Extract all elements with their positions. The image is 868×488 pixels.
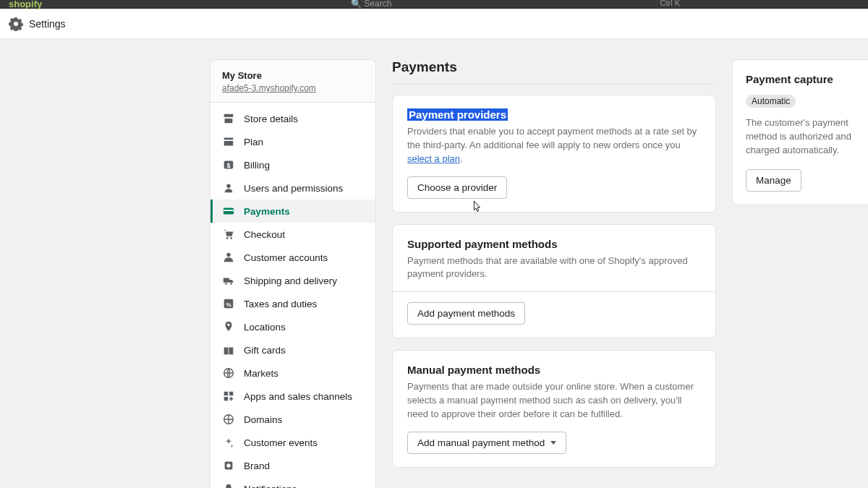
store-url[interactable]: afade5-3.myshopify.com <box>222 83 364 93</box>
domain-icon <box>222 413 235 426</box>
gift-icon <box>222 343 235 356</box>
settings-sidebar: My Store afade5-3.myshopify.com Store de… <box>210 59 376 488</box>
sidebar-item-store-details[interactable]: Store details <box>210 107 375 130</box>
sidebar-item-markets[interactable]: Markets <box>210 361 375 385</box>
sidebar-item-label: Checkout <box>244 229 285 240</box>
capture-title: Payment capture <box>746 73 860 85</box>
capture-desc: The customer's payment method is authori… <box>746 116 860 158</box>
choose-provider-button[interactable]: Choose a provider <box>407 176 507 199</box>
sidebar-item-shipping[interactable]: Shipping and delivery <box>210 269 375 292</box>
svg-rect-17 <box>224 397 228 401</box>
card-desc-providers: Providers that enable you to accept paym… <box>407 125 701 166</box>
sidebar-item-brand[interactable]: Brand <box>210 454 375 477</box>
add-manual-method-button[interactable]: Add manual payment method <box>407 432 566 454</box>
svg-point-7 <box>226 253 230 257</box>
sidebar-item-billing[interactable]: $Billing <box>210 153 375 176</box>
card-title-providers: Payment providers <box>407 108 508 121</box>
store-header: My Store afade5-3.myshopify.com <box>210 60 375 103</box>
svg-text:$: $ <box>226 162 230 169</box>
sidebar-item-label: Brand <box>244 461 270 471</box>
sidebar-item-label: Plan <box>244 137 263 147</box>
cart-icon <box>222 228 235 241</box>
sparkle-icon <box>222 436 235 449</box>
add-payment-methods-button[interactable]: Add payment methods <box>407 302 525 325</box>
accounts-icon <box>222 251 235 264</box>
supported-methods-card: Supported payment methods Payment method… <box>392 224 716 339</box>
sidebar-item-label: Customer accounts <box>244 252 328 263</box>
sidebar-item-label: Gift cards <box>244 345 286 356</box>
settings-nav: Store details Plan $Billing Users and pe… <box>210 103 375 488</box>
percent-icon: % <box>222 297 235 310</box>
globe-icon <box>222 367 235 380</box>
sidebar-item-domains[interactable]: Domains <box>210 408 375 431</box>
svg-rect-15 <box>224 392 228 395</box>
search-shortcut: Ctrl K <box>660 0 681 7</box>
svg-rect-16 <box>229 392 233 395</box>
settings-label: Settings <box>29 18 66 30</box>
main-content: Payments Payment providers Providers tha… <box>392 59 716 479</box>
sidebar-item-label: Taxes and duties <box>244 299 317 309</box>
select-plan-link[interactable]: select a plan <box>407 153 460 164</box>
sidebar-item-label: Store details <box>244 114 298 124</box>
svg-point-5 <box>226 237 229 239</box>
global-search-placeholder[interactable]: 🔍 Search <box>351 0 391 9</box>
store-name: My Store <box>222 70 364 81</box>
sidebar-item-payments[interactable]: Payments <box>210 200 375 223</box>
settings-header: Settings <box>0 9 868 39</box>
sidebar-item-label: Users and permissions <box>244 183 343 194</box>
payment-capture-card: Payment capture Automatic The customer's… <box>732 59 868 205</box>
svg-point-6 <box>230 237 232 239</box>
plan-icon <box>222 135 235 148</box>
sidebar-item-gift-cards[interactable]: Gift cards <box>210 338 375 361</box>
gear-icon <box>9 17 23 31</box>
payment-providers-card: Payment providers Providers that enable … <box>392 95 716 213</box>
sidebar-item-plan[interactable]: Plan <box>210 130 375 153</box>
store-icon <box>222 112 235 125</box>
bell-icon <box>222 482 235 488</box>
sidebar-item-label: Shipping and delivery <box>244 275 337 286</box>
pin-icon <box>222 320 235 333</box>
sidebar-item-customer-accounts[interactable]: Customer accounts <box>210 246 375 269</box>
automatic-badge: Automatic <box>746 95 796 108</box>
dollar-icon: $ <box>222 158 235 171</box>
sidebar-item-locations[interactable]: Locations <box>210 315 375 338</box>
sidebar-item-users[interactable]: Users and permissions <box>210 176 375 200</box>
top-app-bar: shopify 🔍 Search Ctrl K <box>0 0 868 9</box>
apps-icon <box>222 390 235 403</box>
manual-methods-card: Manual payment methods Payments that are… <box>392 350 716 468</box>
divider <box>393 291 715 292</box>
sidebar-item-checkout[interactable]: Checkout <box>210 223 375 246</box>
manage-capture-button[interactable]: Manage <box>746 169 801 192</box>
sidebar-item-label: Customer events <box>244 437 318 448</box>
sidebar-item-label: Billing <box>244 160 270 171</box>
card-icon <box>222 205 235 218</box>
truck-icon <box>222 274 235 287</box>
sidebar-item-label: Notifications <box>244 484 297 489</box>
sidebar-item-label: Markets <box>244 368 278 379</box>
sidebar-item-taxes[interactable]: %Taxes and duties <box>210 292 375 315</box>
svg-rect-4 <box>224 210 234 211</box>
sidebar-item-notifications[interactable]: Notifications <box>210 477 375 488</box>
brand-icon <box>222 459 235 472</box>
sidebar-item-label: Domains <box>244 414 282 425</box>
shopify-logo: shopify <box>9 0 42 9</box>
sidebar-item-customer-events[interactable]: Customer events <box>210 431 375 454</box>
user-icon <box>222 181 235 194</box>
card-desc-supported: Payment methods that are available with … <box>407 254 701 282</box>
sidebar-item-label: Apps and sales channels <box>244 391 352 402</box>
chevron-down-icon <box>550 441 556 445</box>
card-title-manual: Manual payment methods <box>407 364 701 376</box>
svg-point-2 <box>226 184 230 188</box>
card-title-supported: Supported payment methods <box>407 238 701 250</box>
sidebar-item-label: Locations <box>244 322 286 333</box>
svg-point-8 <box>225 283 227 285</box>
sidebar-item-label: Payments <box>244 206 290 217</box>
svg-point-20 <box>226 463 230 467</box>
page-title: Payments <box>392 59 716 85</box>
svg-point-9 <box>230 283 232 285</box>
svg-text:%: % <box>226 301 231 308</box>
sidebar-item-apps[interactable]: Apps and sales channels <box>210 385 375 408</box>
card-desc-manual: Payments that are made outside your onli… <box>407 380 701 421</box>
